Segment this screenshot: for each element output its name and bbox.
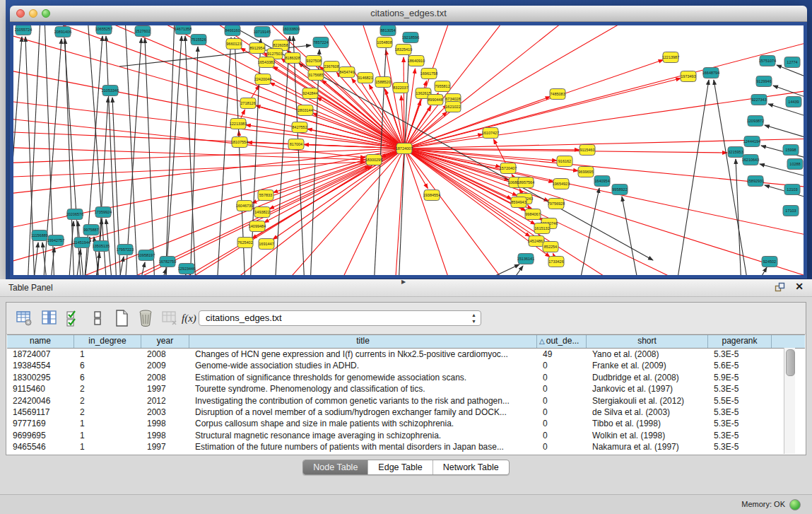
cell-in_degree[interactable]: 6 xyxy=(74,360,141,371)
citation-edge-red[interactable] xyxy=(35,25,404,148)
cell-name[interactable]: 14569117 xyxy=(7,407,74,418)
cell-name[interactable]: 19384554 xyxy=(7,360,74,371)
network-node[interactable]: 8990448 xyxy=(428,95,443,105)
network-node[interactable]: 20206576 xyxy=(66,209,83,220)
cell-name[interactable]: 9699695 xyxy=(7,430,74,441)
network-node[interactable]: 1640954 xyxy=(594,176,610,187)
network-node[interactable]: 12923446 xyxy=(178,264,195,274)
network-node[interactable]: 15720407 xyxy=(500,163,517,174)
cell-in_degree[interactable]: 1 xyxy=(74,453,141,454)
cell-in_degree[interactable]: 1 xyxy=(74,418,141,429)
table-row[interactable]: 946362711997Embryonic stem cells: a mode… xyxy=(7,453,805,454)
network-node[interactable]: 7625402 xyxy=(237,238,253,248)
table-row[interactable]: 1938455462009Genome-wide association stu… xyxy=(7,360,805,371)
cell-title[interactable]: Estimation of the future numbers of pati… xyxy=(189,441,537,452)
network-node[interactable]: 18300295 xyxy=(365,155,382,165)
new-table-icon[interactable] xyxy=(112,309,131,327)
network-node[interactable]: 16046730 xyxy=(236,201,253,211)
cell-title[interactable]: Disruption of a novel member of a sodium… xyxy=(189,407,537,418)
network-node[interactable]: 12444194 xyxy=(743,136,760,147)
table-row[interactable]: 977716911998Corpus callosum shape and si… xyxy=(7,418,805,429)
network-node[interactable]: 9660123 xyxy=(226,39,242,49)
network-node[interactable]: 1691447 xyxy=(259,239,274,250)
table-options-icon[interactable] xyxy=(15,309,33,327)
citation-edge-red[interactable] xyxy=(13,100,404,148)
scrollbar-thumb[interactable] xyxy=(786,349,795,376)
cell-year[interactable]: 2012 xyxy=(141,395,189,407)
cell-title[interactable]: Genome-wide association studies in ADHD. xyxy=(189,360,537,371)
citation-edge-black[interactable] xyxy=(714,80,748,275)
table-row[interactable]: 1456911722003Disruption of a novel membe… xyxy=(7,407,805,418)
network-node[interactable]: 11156889 xyxy=(31,230,48,241)
citation-edge-black[interactable] xyxy=(139,262,145,275)
network-node[interactable]: 8813054 xyxy=(380,25,396,36)
citation-edge-black[interactable] xyxy=(217,37,231,275)
citation-edge-black[interactable] xyxy=(182,274,186,275)
network-node[interactable]: 18107554 xyxy=(231,137,248,148)
network-node[interactable]: 9115460 xyxy=(579,145,595,156)
network-node[interactable]: 12774 xyxy=(784,57,800,68)
network-node[interactable]: 18957564 xyxy=(517,177,534,188)
network-node[interactable]: 16107427 xyxy=(482,128,499,139)
network-node[interactable]: 14671358 xyxy=(175,25,192,35)
citation-edge-black[interactable] xyxy=(125,25,138,275)
network-node[interactable]: 10719145 xyxy=(254,27,271,37)
network-node[interactable]: 15998 xyxy=(783,145,799,156)
panel-splitter-handle[interactable]: ▶ xyxy=(401,279,406,285)
cell-short[interactable]: Nakamura et al. (1997) xyxy=(587,441,708,452)
cell-name[interactable]: 9777169 xyxy=(7,418,74,429)
network-node[interactable]: 9975887 xyxy=(83,225,99,235)
cell-year[interactable]: 2003 xyxy=(141,407,189,418)
network-node[interactable]: 8912954 xyxy=(249,43,265,54)
cell-name[interactable]: 18724007 xyxy=(7,349,74,360)
network-node[interactable]: 79756928 xyxy=(548,199,565,209)
network-node[interactable]: 20891406 xyxy=(54,27,71,37)
function-builder-icon[interactable]: f(x) xyxy=(182,309,200,327)
network-node[interactable]: 19654923 xyxy=(553,179,570,189)
cell-out_de[interactable]: 0 xyxy=(537,418,587,429)
window-titlebar[interactable]: citations_edges.txt xyxy=(10,6,807,22)
network-node[interactable]: 16961758 xyxy=(420,69,437,79)
cell-name[interactable]: 9115460 xyxy=(7,383,74,395)
cell-pagerank[interactable]: 5.3E-5 xyxy=(708,453,772,454)
citation-edge-black[interactable] xyxy=(622,197,639,275)
network-node[interactable]: 7515526 xyxy=(191,35,206,45)
network-node[interactable]: 8427552 xyxy=(292,122,307,133)
network-node[interactable]: 3175685 xyxy=(308,70,324,81)
cell-short[interactable]: Wolkin et al. (1998) xyxy=(587,430,708,441)
network-node[interactable]: 11451944 xyxy=(73,238,90,248)
network-node[interactable]: 15751074 xyxy=(759,56,776,66)
cell-year[interactable]: 2008 xyxy=(141,349,189,360)
column-visibility-icon[interactable] xyxy=(40,309,59,327)
cell-pagerank[interactable]: 5.6E-5 xyxy=(708,360,772,371)
network-node[interactable]: 9129946 xyxy=(756,76,772,87)
cell-year[interactable]: 2008 xyxy=(141,372,189,383)
network-canvas[interactable]: 2105572420891406106552571527602146713587… xyxy=(13,25,804,275)
cell-out_de[interactable]: 0 xyxy=(537,453,587,454)
citation-edge-red[interactable] xyxy=(13,31,404,148)
cell-name[interactable]: 22420046 xyxy=(7,395,74,407)
network-node[interactable]: 12103 xyxy=(784,185,800,195)
cell-in_degree[interactable]: 2 xyxy=(74,383,141,395)
cell-year[interactable]: 2009 xyxy=(141,360,189,371)
column-header-pagerank[interactable]: pagerank xyxy=(708,335,772,348)
network-node[interactable]: 16210643 xyxy=(742,155,759,165)
cell-short[interactable]: de Silva et al. (2003) xyxy=(587,407,708,418)
cell-short[interactable]: Dudbridge et al. (2008) xyxy=(587,372,708,383)
network-node[interactable]: 12213383 xyxy=(230,119,247,129)
network-node[interactable]: 21055724 xyxy=(15,25,32,35)
row-format-icon[interactable] xyxy=(88,309,107,327)
cell-short[interactable]: Yano et al. (2008) xyxy=(587,349,708,360)
citation-edge-red[interactable] xyxy=(317,98,404,148)
network-node[interactable]: 19942757 xyxy=(47,235,64,246)
network-node[interactable]: 18325419 xyxy=(395,45,412,55)
network-node[interactable]: 1493822 xyxy=(254,207,270,218)
cell-name[interactable]: 18300295 xyxy=(7,372,74,383)
cell-short[interactable]: Tibbo et al. (1998) xyxy=(587,418,708,429)
table-selector-dropdown[interactable]: citations_edges.txt ▲▼ xyxy=(199,310,481,326)
cell-out_de[interactable]: 0 xyxy=(537,407,587,418)
table-row[interactable]: 946554611997Estimation of the future num… xyxy=(7,441,805,452)
cell-year[interactable]: 1998 xyxy=(141,430,189,441)
network-node[interactable]: 9146821 xyxy=(358,73,373,83)
citation-edge-red[interactable] xyxy=(282,148,404,275)
